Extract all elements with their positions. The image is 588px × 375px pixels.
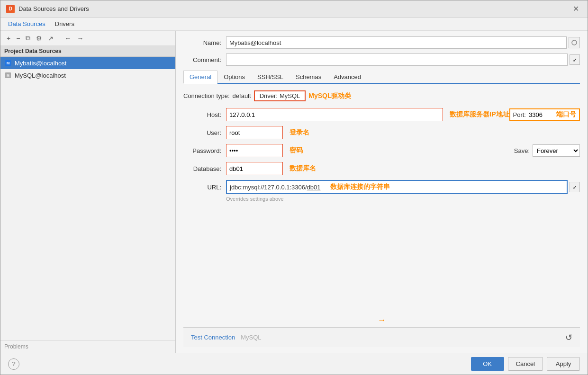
- dialog: D Data Sources and Drivers ✕ Data Source…: [0, 0, 588, 375]
- database-annotation: 数据库名: [289, 164, 316, 173]
- content-area: + − ⧉ ⚙ ↗ ← → Project Data Sources M: [0, 31, 588, 353]
- datasource-item-mysql[interactable]: M MySQL@localhost: [0, 69, 175, 81]
- database-input[interactable]: [226, 162, 283, 175]
- database-row: Database: 数据库名: [183, 162, 580, 175]
- left-panel: + − ⧉ ⚙ ↗ ← → Project Data Sources M: [0, 31, 176, 353]
- password-row: Password: 密码 Save: Forever For session N…: [183, 144, 580, 157]
- main-menu: Data Sources Drivers: [0, 18, 588, 31]
- url-underline: db01: [307, 184, 321, 191]
- tab-advanced[interactable]: Advanced: [327, 71, 367, 84]
- password-annotation: 密码: [289, 146, 303, 155]
- bottom-bar: Test Connection MySQL ↺: [183, 327, 580, 347]
- tab-schemas[interactable]: Schemas: [289, 71, 327, 84]
- comment-row: Comment: ⤢: [183, 54, 580, 66]
- host-input[interactable]: [226, 108, 443, 121]
- host-annotation: 数据库服务器IP地址: [450, 110, 509, 119]
- port-annotation: 端口号: [556, 110, 576, 119]
- datasource-label-mybatis: Mybatis@localhost: [15, 60, 66, 67]
- app-icon: D: [6, 5, 15, 13]
- overrides-text: Overrides settings above: [226, 196, 580, 202]
- conn-type-value: default: [233, 92, 251, 99]
- save-select[interactable]: Forever For session Never: [533, 144, 580, 157]
- url-expand-btn[interactable]: ⤢: [570, 182, 580, 192]
- close-button[interactable]: ✕: [570, 3, 582, 14]
- driver-value: MySQL: [280, 92, 300, 99]
- footer: ? OK Cancel Apply: [0, 353, 588, 375]
- user-row: User: 登录名: [183, 126, 580, 139]
- footer-buttons: OK Cancel Apply: [471, 357, 580, 371]
- apply-button[interactable]: Apply: [547, 357, 580, 371]
- title-bar-left: D Data Sources and Drivers: [6, 5, 89, 13]
- url-label: URL:: [183, 184, 221, 191]
- toolbar-separator: [59, 35, 59, 42]
- tabs: General Options SSH/SSL Schemas Advanced: [183, 71, 580, 84]
- user-annotation: 登录名: [289, 128, 309, 137]
- ok-button[interactable]: OK: [471, 357, 504, 371]
- driver-label: Driver:: [260, 92, 278, 99]
- dialog-title: Data Sources and Drivers: [18, 5, 89, 12]
- help-button[interactable]: ?: [8, 358, 19, 370]
- datasource-icon-mysql: M: [4, 71, 12, 79]
- host-label: Host:: [183, 111, 221, 118]
- name-input[interactable]: [226, 36, 567, 49]
- settings-button[interactable]: ⚙: [34, 34, 45, 43]
- refresh-button[interactable]: ↺: [565, 332, 572, 343]
- move-out-button[interactable]: ↗: [45, 34, 56, 43]
- database-label: Database:: [183, 165, 221, 172]
- toolbar: + − ⧉ ⚙ ↗ ← →: [0, 31, 175, 46]
- datasource-label-mysql: MySQL@localhost: [15, 72, 66, 79]
- menu-drivers[interactable]: Drivers: [51, 18, 78, 29]
- mysql-bottom-label: MySQL: [241, 334, 261, 341]
- datasource-list: M Mybatis@localhost M MySQL@localhost: [0, 57, 175, 340]
- title-bar: D Data Sources and Drivers ✕: [0, 0, 588, 18]
- comment-label: Comment:: [183, 56, 221, 63]
- copy-button[interactable]: ⧉: [23, 33, 33, 43]
- cancel-button[interactable]: Cancel: [508, 357, 543, 371]
- svg-text:M: M: [7, 74, 9, 77]
- right-panel: Name: Comment: ⤢ General Options SSH/SSL…: [176, 31, 588, 353]
- datasource-icon-mybatis: M: [4, 59, 12, 67]
- driver-annotation: MySQL驱动类: [308, 92, 351, 100]
- add-button[interactable]: +: [4, 34, 13, 43]
- url-row: URL: jdbc:mysql://127.0.0.1:3306/db01 数据…: [183, 180, 580, 194]
- connection-type-row: Connection type: default Driver: MySQL M…: [183, 90, 580, 101]
- forward-button[interactable]: →: [74, 34, 86, 43]
- port-container: Port: 端口号: [509, 108, 580, 121]
- arrow-indicator: →: [183, 315, 580, 325]
- name-label: Name:: [183, 39, 221, 46]
- port-input[interactable]: [529, 111, 552, 118]
- problems-label: Problems: [4, 343, 28, 350]
- password-label: Password:: [183, 147, 221, 154]
- back-button[interactable]: ←: [62, 34, 73, 43]
- tab-general[interactable]: General: [183, 71, 217, 84]
- menu-data-sources[interactable]: Data Sources: [4, 18, 49, 29]
- tab-options[interactable]: Options: [217, 71, 251, 84]
- driver-button[interactable]: Driver: MySQL: [254, 90, 306, 101]
- test-connection-button[interactable]: Test Connection: [191, 334, 235, 341]
- url-annotation: 数据库连接的字符串: [330, 183, 390, 191]
- port-label: Port:: [513, 111, 526, 118]
- conn-type-label: Connection type:: [183, 92, 230, 99]
- comment-expand-btn[interactable]: ⤢: [570, 54, 580, 65]
- svg-text:M: M: [7, 61, 10, 65]
- comment-input[interactable]: [226, 54, 568, 66]
- spacer: [183, 205, 580, 315]
- user-input[interactable]: [226, 126, 283, 139]
- save-label: Save:: [514, 147, 530, 154]
- name-row: Name:: [183, 36, 580, 49]
- problems-section: Problems: [0, 340, 175, 353]
- tab-sshssl[interactable]: SSH/SSL: [251, 71, 289, 84]
- svg-point-4: [572, 40, 577, 45]
- user-label: User:: [183, 129, 221, 136]
- password-input[interactable]: [226, 144, 283, 157]
- url-text: jdbc:mysql://127.0.0.1:3306/db01: [230, 184, 321, 191]
- host-row: Host: 数据库服务器IP地址 Port: 端口号: [183, 108, 580, 121]
- remove-button[interactable]: −: [14, 34, 22, 43]
- section-header: Project Data Sources: [0, 46, 175, 57]
- name-circle-btn[interactable]: [569, 37, 580, 48]
- url-box: jdbc:mysql://127.0.0.1:3306/db01 数据库连接的字…: [226, 180, 568, 194]
- datasource-item-mybatis[interactable]: M Mybatis@localhost: [0, 57, 175, 69]
